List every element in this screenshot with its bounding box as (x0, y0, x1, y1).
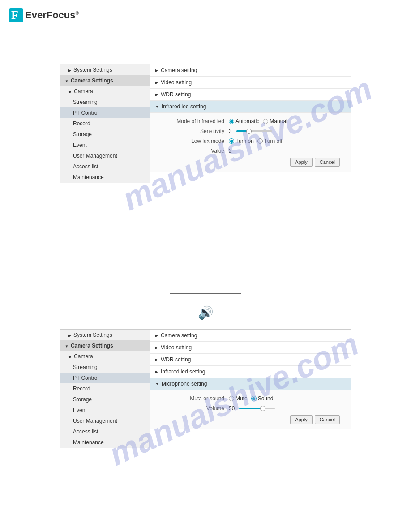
sidebar-item-storage[interactable]: Storage (60, 129, 150, 140)
sensitivity-slider[interactable] (236, 130, 272, 132)
infrared-mode-row: Mode of infrared led Automatic Manual (157, 118, 343, 124)
sidebar-item-camera-settings[interactable]: Camera Settings (60, 75, 150, 86)
infrared-low-lux-label: Low lux mode (157, 138, 229, 144)
infrared-settings-panel: Mode of infrared led Automatic Manual (150, 113, 351, 172)
radio-turn-off[interactable]: Turn off (257, 138, 283, 144)
sidebar-item-streaming[interactable]: Streaming (60, 97, 150, 107)
menu-arrow-infrared-led-setting (155, 105, 159, 109)
panel2-sidebar-item-camera-settings[interactable]: Camera Settings (60, 340, 150, 351)
panel2-menu-arrow-microphone-setting (155, 382, 159, 386)
infrared-mode-label: Mode of infrared led (157, 118, 229, 124)
panel2-sidebar-item-streaming[interactable]: Streaming (60, 362, 150, 373)
logo-text: EverFocus® (25, 9, 79, 21)
sidebar-item-access-list[interactable]: Access list (60, 161, 150, 172)
panel2-sidebar-item-pt-control[interactable]: PT Control (60, 373, 150, 383)
panel2-sidebar-item-access-list[interactable]: Access list (60, 426, 150, 437)
panel2-sidebar-item-event[interactable]: Event (60, 405, 150, 416)
panel2-sidebar-item-user-management[interactable]: User Management (60, 416, 150, 426)
radio-turn-off-label: Turn off (264, 138, 283, 144)
panel2-sidebar-item-maintenance[interactable]: Maintenance (60, 437, 150, 448)
radio-turn-on-label: Turn on (235, 138, 254, 144)
panel2-menu-arrow-video-setting (155, 346, 158, 350)
volume-number: 50 (229, 405, 235, 412)
radio-automatic[interactable]: Automatic (229, 118, 259, 124)
section-divider-2 (170, 293, 241, 294)
radio-sound-circle (251, 396, 257, 401)
panel2-menu-arrow-wdr-setting (155, 358, 158, 362)
microphone-volume-row: Volume 50 (157, 405, 343, 412)
infrared-mode-radio-group: Automatic Manual (229, 118, 287, 124)
panel2-section: System Settings Camera Settings Camera S… (0, 325, 411, 457)
infrared-cancel-button[interactable]: Cancel (315, 158, 340, 167)
menu-row-video-setting[interactable]: Video setting (150, 77, 351, 89)
infrared-btn-row: Apply Cancel (157, 158, 343, 167)
infrared-low-lux-value: Turn on Turn off (229, 138, 343, 144)
logo-area: F EverFocus® (0, 0, 411, 27)
infrared-value-label: Value (157, 148, 229, 154)
sidebar-item-user-management[interactable]: User Management (60, 150, 150, 161)
radio-mute-label: Mute (235, 395, 248, 402)
mute-sound-radio-group: Mute Sound (229, 395, 273, 402)
infrared-sensitivity-row: Sensitivity 3 (157, 128, 343, 134)
infrared-value-value: 2 (229, 148, 343, 154)
radio-mute[interactable]: Mute (229, 395, 248, 402)
microphone-volume-value: 50 (229, 405, 343, 412)
microphone-btn-row: Apply Cancel (157, 415, 343, 424)
panel1-sidebar: System Settings Camera Settings Camera S… (60, 64, 150, 183)
menu-row-infrared-led-setting[interactable]: Infrared led setting (150, 101, 351, 113)
microphone-mute-sound-row: Muta or sound Mute Sound (157, 395, 343, 402)
panel2-menu-row-camera-setting[interactable]: Camera setting (150, 330, 351, 342)
panel2-main: Camera setting Video setting WDR setting… (150, 330, 351, 448)
radio-automatic-label: Automatic (235, 118, 259, 124)
radio-manual[interactable]: Manual (263, 118, 287, 124)
infrared-mode-value: Automatic Manual (229, 118, 343, 124)
panel2-menu-arrow-infrared-led-setting (155, 370, 158, 374)
sidebar-item-camera[interactable]: Camera (60, 86, 150, 97)
volume-slider[interactable] (239, 408, 275, 409)
panel2-menu-row-infrared-led-setting[interactable]: Infrared led setting (150, 366, 351, 378)
section-divider-1 (72, 30, 143, 30)
infrared-sensitivity-value: 3 (229, 128, 343, 134)
radio-sound[interactable]: Sound (251, 395, 274, 402)
sidebar-item-record[interactable]: Record (60, 118, 150, 129)
microphone-volume-label: Volume (157, 405, 229, 412)
menu-row-camera-setting[interactable]: Camera setting (150, 64, 351, 77)
everfocus-logo-icon: F (9, 8, 23, 22)
radio-automatic-circle (229, 119, 234, 124)
sound-icon: 🔊 (198, 306, 214, 320)
sidebar-arrow-system-settings (68, 68, 71, 73)
microphone-apply-button[interactable]: Apply (290, 415, 313, 424)
panel2-menu-arrow-camera-setting (155, 334, 158, 338)
sound-icon-area: 🔊 (0, 296, 411, 325)
radio-mute-circle (229, 396, 234, 401)
sidebar-item-system-settings[interactable]: System Settings (60, 64, 150, 75)
infrared-low-lux-row: Low lux mode Turn on Turn off (157, 138, 343, 144)
panel2: System Settings Camera Settings Camera S… (60, 329, 351, 448)
panel2-sidebar-item-storage[interactable]: Storage (60, 394, 150, 405)
radio-turn-off-circle (257, 138, 263, 144)
panel2-sidebar-arrow-system-settings (68, 333, 71, 338)
infrared-apply-button[interactable]: Apply (290, 158, 313, 167)
radio-sound-label: Sound (258, 395, 274, 402)
radio-turn-on[interactable]: Turn on (229, 138, 254, 144)
menu-row-wdr-setting[interactable]: WDR setting (150, 89, 351, 101)
panel2-sidebar-item-camera[interactable]: Camera (60, 351, 150, 362)
radio-manual-label: Manual (270, 118, 287, 124)
value-number: 2 (229, 148, 232, 154)
panel2-sidebar-item-record[interactable]: Record (60, 383, 150, 394)
microphone-cancel-button[interactable]: Cancel (315, 415, 340, 424)
sidebar-item-event[interactable]: Event (60, 140, 150, 150)
panel2-menu-row-microphone-setting[interactable]: Microphone setting (150, 378, 351, 390)
sidebar-item-maintenance[interactable]: Maintenance (60, 172, 150, 183)
panel1-section: System Settings Camera Settings Camera S… (0, 60, 411, 192)
panel2-sidebar-arrow-camera-settings (65, 343, 68, 348)
microphone-settings-panel: Muta or sound Mute Sound (150, 390, 351, 429)
panel2-menu-row-wdr-setting[interactable]: WDR setting (150, 354, 351, 366)
panel2-sidebar-item-system-settings[interactable]: System Settings (60, 330, 150, 340)
svg-text:F: F (11, 9, 18, 21)
sidebar-item-pt-control[interactable]: PT Control (60, 107, 150, 118)
infrared-sensitivity-label: Sensitivity (157, 128, 229, 134)
sidebar-arrow-camera-settings (65, 78, 68, 83)
panel2-menu-row-video-setting[interactable]: Video setting (150, 342, 351, 354)
infrared-value-row: Value 2 (157, 148, 343, 154)
